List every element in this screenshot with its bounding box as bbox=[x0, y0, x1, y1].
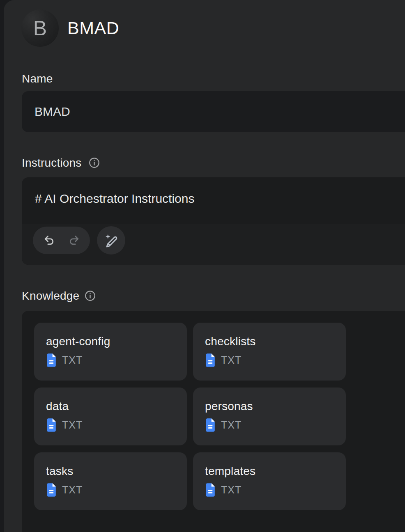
file-type-badge: TXT bbox=[62, 485, 83, 495]
name-label: Name bbox=[22, 73, 53, 85]
instructions-text[interactable]: # AI Orchestrator Instructions bbox=[35, 191, 403, 206]
file-name: personas bbox=[205, 400, 346, 413]
knowledge-file-card[interactable]: data TXT bbox=[34, 388, 187, 445]
magic-pen-icon bbox=[104, 233, 119, 248]
blue-document-icon bbox=[46, 418, 57, 432]
knowledge-file-card[interactable]: templates TXT bbox=[193, 452, 346, 510]
instructions-editor[interactable]: # AI Orchestrator Instructions bbox=[22, 177, 405, 265]
file-type-badge: TXT bbox=[221, 485, 242, 495]
file-name: data bbox=[46, 400, 187, 413]
knowledge-file-card[interactable]: checklists TXT bbox=[193, 323, 346, 381]
avatar-letter: B bbox=[33, 18, 47, 39]
file-name: templates bbox=[205, 465, 346, 478]
undo-icon bbox=[43, 234, 56, 247]
file-name: agent-config bbox=[46, 335, 187, 348]
blue-document-icon bbox=[46, 483, 57, 497]
redo-icon bbox=[67, 234, 81, 247]
blue-document-icon bbox=[205, 353, 216, 367]
file-type-badge: TXT bbox=[62, 355, 83, 365]
file-type-badge: TXT bbox=[62, 420, 83, 430]
gem-editor-screen: B BMAD Name BMAD Instructions # AI Orche… bbox=[0, 0, 405, 532]
knowledge-file-grid: agent-config TXT checklists bbox=[34, 323, 346, 510]
file-type-badge: TXT bbox=[221, 355, 242, 365]
instructions-label: Instructions bbox=[22, 157, 82, 169]
knowledge-file-card[interactable]: tasks TXT bbox=[34, 452, 187, 510]
file-name: checklists bbox=[205, 335, 346, 348]
knowledge-file-card[interactable]: personas TXT bbox=[193, 388, 346, 445]
knowledge-file-card[interactable]: agent-config TXT bbox=[34, 323, 187, 381]
file-name: tasks bbox=[46, 465, 187, 478]
blue-document-icon bbox=[205, 483, 216, 497]
instructions-toolbar bbox=[22, 224, 405, 265]
blue-document-icon bbox=[205, 418, 216, 432]
name-input-value: BMAD bbox=[35, 105, 70, 118]
knowledge-label: Knowledge bbox=[22, 290, 79, 302]
file-type-badge: TXT bbox=[221, 420, 242, 430]
magic-rewrite-button[interactable] bbox=[97, 226, 125, 255]
name-input[interactable]: BMAD bbox=[22, 91, 405, 132]
undo-redo-group bbox=[33, 227, 90, 254]
page-title: BMAD bbox=[67, 19, 119, 37]
blue-document-icon bbox=[46, 353, 57, 367]
avatar: B bbox=[21, 9, 59, 47]
undo-button[interactable] bbox=[42, 234, 56, 248]
info-icon[interactable] bbox=[88, 157, 100, 169]
info-icon[interactable] bbox=[84, 290, 96, 302]
redo-button[interactable] bbox=[67, 234, 81, 248]
